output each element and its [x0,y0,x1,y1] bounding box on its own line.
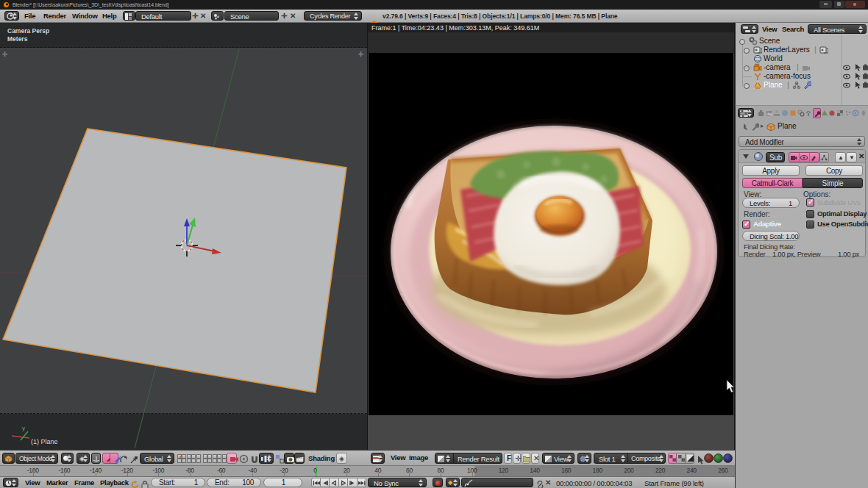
svg-text:y: y [22,425,25,431]
